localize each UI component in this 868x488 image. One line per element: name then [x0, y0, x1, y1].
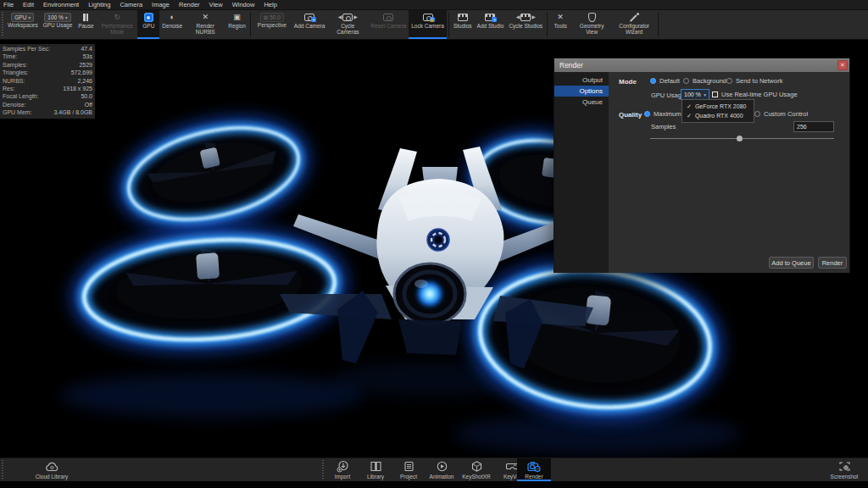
ribbon-drag-handle[interactable]	[1, 460, 4, 480]
gpu-device-dropdown-list: ✓ GeForce RTX 2080 ✓ Quadro RTX 4000	[682, 99, 754, 123]
ribbon-drag-handle[interactable]	[321, 460, 325, 480]
radio-icon	[683, 78, 689, 84]
prev-arrow-icon[interactable]: ◀	[516, 12, 520, 23]
radio-icon	[650, 78, 656, 84]
slider-handle[interactable]	[737, 136, 743, 141]
quality-maximum-radio[interactable]: Maximum	[644, 110, 682, 118]
library-button[interactable]: Library	[359, 458, 392, 481]
checkbox-icon	[712, 92, 718, 97]
screenshot-icon	[837, 460, 852, 473]
configurator-wizard-button[interactable]: Configurator Wizard	[612, 10, 656, 39]
samples-input[interactable]: 256	[793, 121, 834, 132]
samples-label: Samples	[651, 123, 676, 130]
project-button[interactable]: Project	[392, 458, 426, 481]
check-icon: ✓	[687, 103, 692, 110]
menu-bar: File Edit Environment Lighting Camera Im…	[0, 0, 868, 10]
gpu-option-geforce-rtx-2080[interactable]: ✓ GeForce RTX 2080	[682, 102, 754, 111]
gpu-icon	[144, 13, 153, 22]
prev-arrow-icon[interactable]: ◀	[338, 12, 342, 23]
pause-button[interactable]: Pause	[75, 10, 97, 39]
render-dialog-sidebar: Output Options Queue	[554, 72, 609, 273]
perspective-field[interactable]: ⊞50.0 Perspective	[253, 10, 292, 39]
render-nurbs-button[interactable]: ✕ Render NURBS	[185, 10, 225, 39]
render-dialog-titlebar[interactable]: Render ✕	[554, 58, 849, 72]
cycle-studios-button[interactable]: ◀▶ Cycle Studios	[506, 10, 545, 39]
menu-help[interactable]: Help	[264, 1, 276, 8]
render-stats-overlay: Samples Per Sec:47.4 Time:53s Samples:25…	[0, 44, 95, 119]
book-icon	[369, 460, 383, 473]
tab-options[interactable]: Options	[554, 86, 609, 97]
next-arrow-icon[interactable]: ▶	[531, 12, 536, 23]
add-camera-icon: +	[304, 14, 314, 21]
stat-samples: Samples:2529	[3, 61, 92, 69]
menu-file[interactable]: File	[3, 1, 14, 8]
samples-slider[interactable]	[650, 135, 834, 141]
tab-queue[interactable]: Queue	[554, 97, 609, 108]
tools-icon: ✕	[557, 12, 564, 23]
keyshotxr-button[interactable]: KeyShotXR	[458, 458, 495, 481]
close-icon[interactable]: ✕	[837, 60, 848, 70]
menu-window[interactable]: Window	[232, 1, 255, 8]
radio-icon	[726, 78, 732, 84]
reset-camera-icon	[383, 14, 393, 21]
dialog-title: Render	[559, 61, 837, 69]
gpu-option-quadro-rtx-4000[interactable]: ✓ Quadro RTX 4000	[682, 111, 754, 120]
rotor-ring-top-left	[120, 113, 307, 234]
stat-nurbs: NURBS:2,246	[3, 77, 92, 85]
stat-triangles: Triangles:572,699	[3, 69, 92, 76]
mode-default-radio[interactable]: Default	[650, 77, 680, 85]
stat-time: Time:53s	[3, 53, 92, 60]
realtime-gpu-checkbox[interactable]: Use Real-time GPU Usage	[712, 91, 798, 98]
document-icon	[402, 460, 416, 473]
radio-icon	[644, 111, 650, 117]
lock-camera-button[interactable]: 🔒 Lock Camera	[409, 10, 447, 39]
cloud-library-button[interactable]: Cloud Library	[27, 458, 76, 481]
rotor-ring-bottom-left	[81, 232, 337, 347]
mode-send-to-network-radio[interactable]: Send to Network	[726, 77, 782, 85]
menu-lighting[interactable]: Lighting	[88, 1, 110, 8]
geometry-view-button[interactable]: Geometry View	[571, 10, 612, 39]
gpu-toggle-button[interactable]: GPU	[137, 10, 159, 39]
workspaces-dropdown[interactable]: GPU▾ Workspaces	[5, 10, 41, 39]
performance-mode-icon: ↻	[114, 12, 121, 23]
mode-label: Mode	[619, 78, 637, 86]
menu-view[interactable]: View	[209, 1, 223, 8]
add-to-queue-button[interactable]: Add to Queue	[769, 257, 814, 269]
menu-edit[interactable]: Edit	[23, 1, 34, 8]
region-button[interactable]: ▣ Region	[225, 10, 248, 39]
quality-custom-control-radio[interactable]: Custom Control	[754, 110, 808, 118]
bottom-edge-strip	[0, 481, 868, 488]
geometry-view-icon	[588, 13, 596, 22]
drone-camera-lens	[394, 263, 465, 324]
chevron-down-icon: ▾	[704, 92, 706, 97]
gpu-usage-dropdown[interactable]: 100 %▾ GPU Usage	[41, 10, 75, 39]
add-studio-icon: +	[485, 14, 495, 21]
tools-button[interactable]: ✕ Tools	[549, 10, 571, 39]
import-button[interactable]: Import	[326, 458, 359, 481]
mode-background-radio[interactable]: Background	[683, 77, 726, 85]
check-icon: ✓	[687, 113, 692, 119]
toolbar-drag-handle[interactable]	[1, 12, 4, 37]
render-button[interactable]: Render	[818, 257, 847, 269]
menu-camera[interactable]: Camera	[120, 1, 142, 8]
keyshot-window: File Edit Environment Lighting Camera Im…	[0, 0, 868, 488]
add-studio-button[interactable]: + Add Studio	[475, 10, 507, 39]
tab-output[interactable]: Output	[554, 75, 609, 86]
menu-image[interactable]: Image	[152, 1, 170, 8]
cycle-cameras-button[interactable]: ◀▶ Cycle Cameras	[327, 10, 368, 39]
cycle-cameras-icon	[342, 14, 353, 21]
region-icon: ▣	[233, 12, 241, 23]
next-arrow-icon[interactable]: ▶	[353, 12, 358, 23]
menu-environment[interactable]: Environment	[43, 1, 79, 8]
chevron-down-icon: ▾	[28, 14, 31, 20]
screenshot-button[interactable]: Screenshot	[824, 458, 865, 481]
stat-samples-per-sec: Samples Per Sec:47.4	[3, 45, 92, 53]
studios-button[interactable]: Studios	[451, 10, 475, 39]
denoise-button[interactable]: ◐ Denoise	[159, 10, 185, 39]
render-ribbon-button[interactable]: Render	[517, 458, 551, 481]
pause-icon	[83, 12, 88, 23]
add-camera-button[interactable]: + Add Camera	[292, 10, 328, 39]
render-camera-icon	[526, 460, 542, 473]
animation-button[interactable]: Animation	[425, 458, 459, 481]
menu-render[interactable]: Render	[179, 1, 200, 8]
